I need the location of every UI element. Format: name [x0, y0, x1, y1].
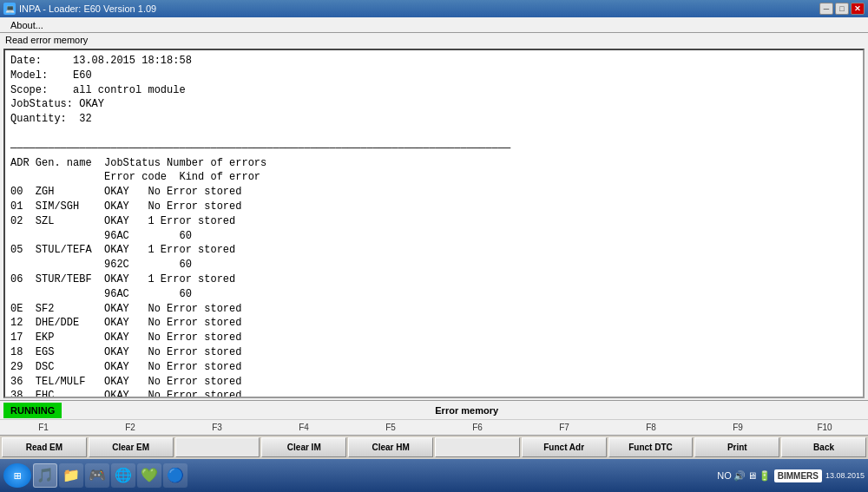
fkey-label-f6: F6: [434, 420, 521, 435]
taskbar-icon-spotify[interactable]: 🎵: [33, 463, 57, 488]
fkey-buttons-row[interactable]: Read EMClear EMClear IMClear HMFunct Adr…: [0, 435, 868, 459]
taskbar: ⊞ 🎵 📁 🎮 🌐 💚 🔵 NO 🔊 🖥 🔋 BIMMERS 13.08.201…: [0, 459, 868, 492]
fkey-button-10[interactable]: Back: [781, 437, 866, 457]
fkey-label-f9: F9: [694, 420, 781, 435]
minimize-button[interactable]: ─: [819, 3, 833, 15]
fkey-button-7[interactable]: Funct Adr: [522, 437, 607, 457]
fkey-label-f4: F4: [260, 420, 347, 435]
fkey-label-f5: F5: [347, 420, 434, 435]
menu-item-about[interactable]: About...: [3, 18, 50, 32]
taskbar-date: 13.08.2015: [825, 471, 865, 480]
taskbar-icon-green[interactable]: 💚: [137, 463, 161, 488]
title-bar-buttons: ─ □ ✕: [819, 3, 865, 15]
fkey-button-9[interactable]: Print: [694, 437, 779, 457]
taskbar-icon-blue[interactable]: 🔵: [163, 463, 187, 488]
taskbar-icon-folder[interactable]: 📁: [59, 463, 83, 488]
status-center-label: Error memory: [65, 405, 868, 416]
taskbar-icon-game[interactable]: 🎮: [85, 463, 109, 488]
fkey-button-4[interactable]: Clear IM: [261, 437, 346, 457]
content-scroll[interactable]: Date: 13.08.2015 18:18:58 Model: E60 Sco…: [5, 50, 863, 397]
window-title: INPA - Loader: E60 Version 1.09: [19, 3, 156, 14]
taskbar-right: NO 🔊 🖥 🔋 BIMMERS 13.08.2015: [717, 469, 865, 482]
fkey-label-f7: F7: [521, 420, 608, 435]
start-button[interactable]: ⊞: [3, 463, 31, 488]
battery-icon: 🔋: [759, 470, 771, 482]
content-area: Date: 13.08.2015 18:18:58 Model: E60 Sco…: [3, 49, 865, 398]
network-icon: 🖥: [747, 470, 757, 481]
bimmers-badge: BIMMERS: [774, 469, 822, 482]
fkey-label-f1: F1: [0, 420, 87, 435]
fkey-labels-row: F1F2F3F4F5F6F7F8F9F10: [0, 419, 868, 435]
status-bar: RUNNING Error memory: [0, 400, 868, 419]
maximize-button[interactable]: □: [835, 3, 849, 15]
close-button[interactable]: ✕: [851, 3, 865, 15]
app-icon: 💻: [3, 3, 16, 15]
fkey-button-3: [175, 437, 260, 457]
fkey-label-f8: F8: [608, 420, 694, 435]
speaker-icon: 🔊: [733, 470, 746, 482]
fkey-button-8[interactable]: Funct DTC: [608, 437, 694, 457]
bottom-section: RUNNING Error memory F1F2F3F4F5F6F7F8F9F…: [0, 400, 868, 459]
no-label: NO: [717, 470, 732, 481]
taskbar-icon-browser[interactable]: 🌐: [111, 463, 135, 488]
title-bar: 💻 INPA - Loader: E60 Version 1.09 ─ □ ✕: [0, 0, 868, 17]
menu-bar: About...: [0, 17, 868, 33]
fkey-button-5[interactable]: Clear HM: [348, 437, 433, 457]
sys-icons: NO 🔊 🖥 🔋: [717, 470, 771, 482]
title-bar-left: 💻 INPA - Loader: E60 Version 1.09: [3, 3, 156, 15]
running-badge: RUNNING: [3, 403, 62, 418]
fkey-button-2[interactable]: Clear EM: [89, 437, 174, 457]
taskbar-time: 13.08.2015: [825, 471, 865, 480]
fkey-button-1[interactable]: Read EM: [2, 437, 87, 457]
fkey-label-f2: F2: [87, 420, 174, 435]
fkey-label-f10: F10: [781, 420, 868, 435]
fkey-button-6: [435, 437, 520, 457]
section-label: Read error memory: [0, 33, 868, 47]
fkey-label-f3: F3: [174, 420, 260, 435]
